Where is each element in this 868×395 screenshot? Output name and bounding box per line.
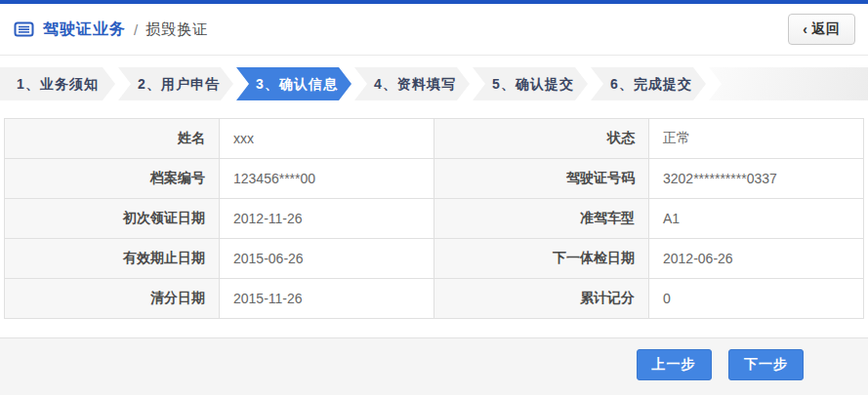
name-label: 姓名 [5, 119, 220, 159]
file-number-value: 123456****00 [220, 159, 434, 199]
license-form-icon [14, 21, 34, 37]
step-progress-bar: 1、业务须知 2、用户申告 3、确认信息 4、资料填写 5、确认提交 6、完成提… [0, 67, 868, 100]
step-4-fill-materials: 4、资料填写 [354, 67, 470, 100]
file-number-label: 档案编号 [5, 159, 220, 199]
status-value: 正常 [649, 119, 864, 159]
step-bar-filler [709, 67, 868, 100]
status-label: 状态 [434, 119, 649, 159]
next-checkup-date-label: 下一体检日期 [434, 239, 649, 279]
step-3-confirm-info: 3、确认信息 [236, 67, 351, 100]
breadcrumb-current: 损毁换证 [145, 20, 208, 39]
accumulated-points-label: 累计记分 [434, 279, 649, 319]
points-clear-date-label: 清分日期 [5, 279, 220, 319]
back-button-label: 返回 [811, 20, 841, 38]
license-info-table: 姓名 xxx 状态 正常 档案编号 123456****00 驾驶证号码 320… [4, 118, 864, 319]
step-1-business-notice: 1、业务须知 [0, 67, 115, 100]
name-value: xxx [220, 119, 434, 159]
step-2-user-declaration: 2、用户申告 [118, 67, 233, 100]
vehicle-class-value: A1 [649, 199, 864, 239]
first-issue-date-value: 2012-11-26 [220, 199, 434, 239]
table-row: 有效期止日期 2015-06-26 下一体检日期 2012-06-26 [5, 239, 864, 279]
first-issue-date-label: 初次领证日期 [5, 199, 220, 239]
vehicle-class-label: 准驾车型 [434, 199, 649, 239]
page-title: 驾驶证业务 [43, 20, 126, 40]
expiry-date-label: 有效期止日期 [5, 239, 220, 279]
previous-step-button[interactable]: 上一步 [637, 349, 712, 380]
table-row: 清分日期 2015-11-26 累计记分 0 [5, 279, 864, 319]
step-5-confirm-submit: 5、确认提交 [473, 67, 588, 100]
license-number-value: 3202**********0337 [649, 159, 864, 199]
chevron-left-icon: ‹ [803, 21, 808, 37]
points-clear-date-value: 2015-11-26 [220, 279, 434, 319]
footer-action-bar: 上一步 下一步 [0, 337, 868, 395]
accumulated-points-value: 0 [649, 279, 864, 319]
step-6-finish-submit: 6、完成提交 [591, 67, 706, 100]
license-number-label: 驾驶证号码 [434, 159, 649, 199]
next-step-button[interactable]: 下一步 [728, 349, 804, 380]
expiry-date-value: 2015-06-26 [220, 239, 434, 279]
breadcrumb-separator: / [134, 21, 138, 38]
back-button[interactable]: ‹ 返回 [788, 14, 855, 45]
next-checkup-date-value: 2012-06-26 [649, 239, 864, 279]
page-header: 驾驶证业务 / 损毁换证 ‹ 返回 [0, 4, 868, 56]
table-row: 初次领证日期 2012-11-26 准驾车型 A1 [5, 199, 864, 239]
table-row: 档案编号 123456****00 驾驶证号码 3202**********03… [5, 159, 864, 199]
table-row: 姓名 xxx 状态 正常 [5, 119, 864, 159]
